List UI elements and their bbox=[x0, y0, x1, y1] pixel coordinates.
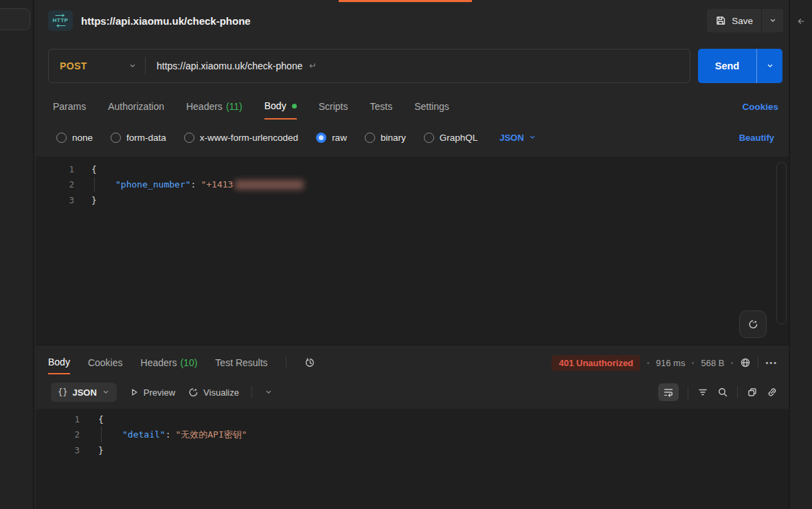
response-toolbar: {} JSON Preview Visualize bbox=[51, 381, 778, 403]
response-history-icon[interactable] bbox=[304, 357, 315, 368]
radio-selected-icon bbox=[316, 133, 326, 143]
response-tab-headers[interactable]: Headers (10) bbox=[141, 351, 198, 374]
redacted-value bbox=[235, 180, 304, 190]
save-options-button[interactable] bbox=[761, 9, 783, 32]
radio-icon bbox=[365, 133, 375, 143]
radio-icon bbox=[111, 133, 121, 143]
divider bbox=[286, 357, 286, 369]
preview-button[interactable]: Preview bbox=[129, 387, 175, 398]
body-mode-binary[interactable]: binary bbox=[365, 133, 406, 143]
url-value: https://api.xiaomu.uk/check-phone bbox=[157, 60, 302, 71]
chevron-down-icon bbox=[128, 62, 137, 70]
tab-tests[interactable]: Tests bbox=[370, 93, 392, 120]
request-workspace: HTTP https://api.xiaomu.uk/check-phone S… bbox=[36, 0, 789, 509]
response-format-selector[interactable]: {} JSON bbox=[51, 383, 117, 402]
body-mode-graphql[interactable]: GraphQL bbox=[424, 133, 478, 143]
mode-label: form-data bbox=[126, 133, 166, 143]
postbot-assist-button[interactable] bbox=[739, 310, 767, 338]
code-token: { bbox=[98, 414, 104, 425]
visualize-sparkle-icon bbox=[188, 387, 199, 398]
left-sidebar[interactable] bbox=[0, 0, 34, 509]
mode-label: binary bbox=[381, 133, 406, 143]
tab-label: Headers bbox=[141, 357, 177, 368]
body-mode-none[interactable]: none bbox=[56, 133, 93, 143]
preview-label: Preview bbox=[144, 387, 175, 398]
play-icon bbox=[129, 387, 139, 397]
cookies-link[interactable]: Cookies bbox=[742, 102, 778, 112]
language-selector[interactable]: JSON bbox=[499, 133, 536, 143]
line-number: 2 bbox=[36, 429, 80, 440]
response-tab-body[interactable]: Body bbox=[48, 351, 70, 374]
line-number: 3 bbox=[36, 195, 74, 205]
request-body-editor[interactable]: 1 { 2 "phone_number":"+1413 3 } bbox=[36, 157, 789, 345]
tab-label: Body bbox=[264, 100, 286, 111]
body-mode-row: none form-data x-www-form-urlencoded raw… bbox=[56, 128, 774, 147]
mode-label: none bbox=[72, 133, 93, 143]
chevron-down-icon bbox=[769, 16, 777, 25]
response-meta: 401 Unauthorized 916 ms 568 B ••• bbox=[552, 355, 778, 371]
tab-scripts[interactable]: Scripts bbox=[319, 93, 348, 120]
tab-label: Tests bbox=[370, 101, 392, 112]
chevron-down-icon[interactable] bbox=[264, 388, 273, 396]
response-size: 568 B bbox=[701, 358, 724, 368]
separator-dot bbox=[731, 362, 733, 364]
body-mode-raw[interactable]: raw bbox=[316, 133, 347, 143]
code-line: 3 } bbox=[36, 442, 789, 458]
code-token: : bbox=[191, 179, 196, 190]
method-selector[interactable]: POST bbox=[49, 60, 137, 71]
wrap-text-icon bbox=[663, 387, 674, 398]
beautify-link[interactable]: Beautify bbox=[739, 133, 774, 143]
body-mode-form-data[interactable]: form-data bbox=[111, 133, 166, 143]
more-options-icon[interactable]: ••• bbox=[765, 359, 778, 367]
filter-icon[interactable] bbox=[697, 387, 708, 398]
response-tab-cookies[interactable]: Cookies bbox=[88, 351, 123, 374]
save-button[interactable]: Save bbox=[707, 9, 761, 32]
code-token: { bbox=[91, 164, 97, 174]
method-label: POST bbox=[60, 60, 87, 71]
copy-icon[interactable] bbox=[747, 387, 758, 398]
network-globe-icon[interactable] bbox=[740, 357, 751, 368]
language-label: JSON bbox=[499, 133, 523, 143]
tab-label: Params bbox=[53, 101, 86, 112]
response-status-badge: 401 Unauthorized bbox=[552, 355, 640, 371]
mode-label: GraphQL bbox=[440, 133, 478, 143]
tab-headers[interactable]: Headers (11) bbox=[186, 93, 243, 120]
tab-authorization[interactable]: Authorization bbox=[108, 93, 164, 120]
body-mode-urlencoded[interactable]: x-www-form-urlencoded bbox=[184, 133, 298, 143]
response-body-editor[interactable]: 1 { 2 "detail":"无效的API密钥" 3 } bbox=[36, 409, 789, 509]
divider bbox=[688, 386, 688, 398]
tab-settings[interactable]: Settings bbox=[414, 93, 449, 120]
code-line: 1 { bbox=[36, 161, 789, 177]
editor-scrollbar[interactable] bbox=[776, 162, 787, 324]
sidebar-collapsed-item[interactable] bbox=[0, 8, 30, 30]
search-icon[interactable] bbox=[717, 387, 728, 398]
link-icon[interactable] bbox=[767, 387, 778, 398]
app-window: HTTP https://api.xiaomu.uk/check-phone S… bbox=[0, 0, 812, 509]
url-row: POST https://api.xiaomu.uk/check-phone S… bbox=[48, 49, 782, 83]
send-button[interactable]: Send bbox=[698, 49, 756, 83]
tab-params[interactable]: Params bbox=[53, 93, 86, 120]
wrap-text-button[interactable] bbox=[658, 383, 679, 401]
code-line: 2 "phone_number":"+1413 bbox=[36, 177, 789, 193]
tab-label: Cookies bbox=[88, 357, 123, 368]
line-number: 1 bbox=[36, 164, 74, 174]
send-options-button[interactable] bbox=[756, 49, 782, 83]
visualize-sparkle-icon bbox=[747, 319, 758, 330]
right-sidebar bbox=[789, 0, 812, 509]
response-headers-count: (10) bbox=[180, 357, 197, 368]
response-time: 916 ms bbox=[656, 358, 686, 368]
url-input[interactable]: https://api.xiaomu.uk/check-phone bbox=[146, 60, 317, 71]
response-tab-test-results[interactable]: Test Results bbox=[215, 351, 267, 374]
line-number: 1 bbox=[36, 414, 80, 425]
visualize-button[interactable]: Visualize bbox=[188, 387, 239, 398]
code-line: 1 { bbox=[36, 411, 789, 427]
tab-body[interactable]: Body bbox=[264, 93, 297, 120]
radio-icon bbox=[56, 133, 67, 143]
collapse-panel-icon[interactable] bbox=[796, 16, 806, 26]
body-modified-dot bbox=[292, 104, 297, 109]
code-line: 3 } bbox=[36, 192, 789, 208]
separator-dot bbox=[647, 362, 649, 364]
divider bbox=[251, 386, 252, 398]
code-token: } bbox=[91, 195, 97, 205]
return-key-icon bbox=[307, 61, 317, 71]
